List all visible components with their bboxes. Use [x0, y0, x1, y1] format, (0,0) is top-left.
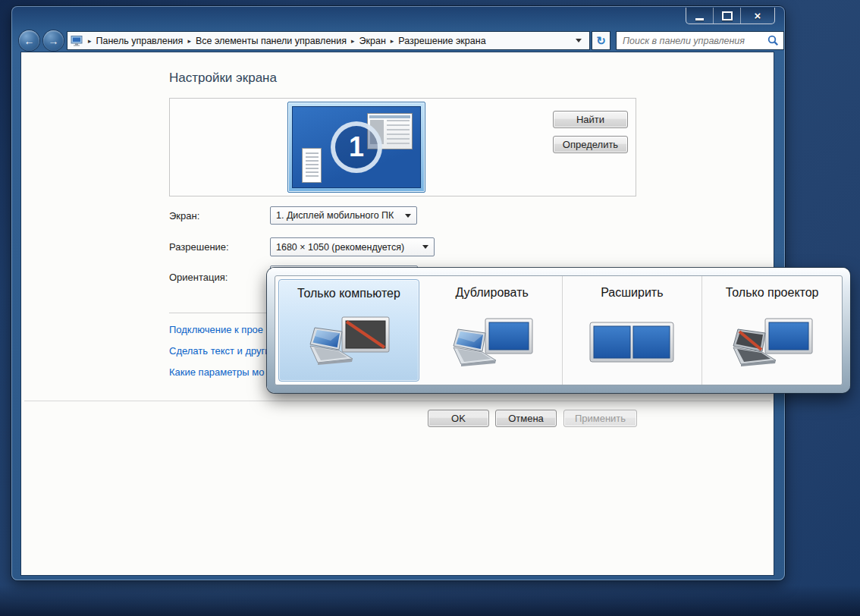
option-extend[interactable]: Расширить: [562, 276, 702, 385]
laptop-and-disabled-monitor-icon: [308, 316, 390, 365]
display-select-value: 1. Дисплей мобильного ПК: [276, 210, 394, 221]
breadcrumb-separator-icon: ▸: [351, 37, 355, 45]
breadcrumb-separator-icon: ▸: [391, 37, 394, 45]
option-duplicate-label: Дублировать: [455, 286, 528, 300]
monitor-number: 1: [349, 131, 364, 163]
resolution-select-value: 1680 × 1050 (рекомендуется): [276, 242, 404, 253]
ok-button-label: OK: [451, 413, 466, 424]
desktop: { "window": { "caption": { "close_glyph"…: [0, 0, 860, 616]
breadcrumb-item-control-panel[interactable]: Панель управления: [96, 36, 184, 46]
search-icon[interactable]: [767, 35, 779, 46]
monitor-preview[interactable]: 1: [287, 102, 425, 193]
close-button[interactable]: ×: [740, 8, 774, 24]
option-extend-label: Расширить: [601, 286, 663, 300]
option-projector-only-label: Только проектор: [726, 286, 819, 300]
breadcrumb-separator-icon: ▸: [187, 37, 191, 45]
close-icon: ×: [755, 9, 761, 22]
projector-mode-options: Только компьютер: [275, 275, 843, 385]
search-box: [616, 31, 784, 50]
breadcrumb-item-display[interactable]: Экран: [359, 36, 386, 46]
breadcrumb-item-all-items[interactable]: Все элементы панели управления: [196, 36, 347, 46]
maximize-button[interactable]: [713, 8, 740, 24]
identify-button-label: Определить: [563, 139, 618, 150]
footer-separator: [24, 401, 771, 401]
maximize-icon: [722, 11, 733, 20]
back-button[interactable]: ←: [19, 30, 39, 51]
option-projector-only[interactable]: Только проектор: [701, 276, 842, 385]
search-input[interactable]: [621, 35, 767, 47]
breadcrumb-separator-icon: ▸: [88, 37, 92, 45]
apply-button[interactable]: Применить: [563, 410, 637, 427]
breadcrumb-item-screen-resolution[interactable]: Разрешение экрана: [398, 36, 485, 46]
back-icon: ←: [24, 35, 35, 47]
dual-monitor-icon: [589, 322, 674, 363]
forward-icon: →: [49, 35, 59, 47]
display-settings-icon: [71, 36, 83, 46]
laptop-and-monitor-icon: [451, 318, 533, 366]
orientation-field-label: Ориентация:: [169, 272, 228, 283]
apply-button-label: Применить: [575, 413, 626, 424]
nav-buttons: ← →: [19, 30, 72, 51]
detect-button[interactable]: Найти: [553, 111, 628, 128]
monitor-number-badge: 1: [331, 121, 382, 173]
cancel-button[interactable]: Отмена: [495, 410, 557, 427]
breadcrumb: ▸ Панель управления ▸ Все элементы панел…: [67, 31, 590, 50]
chevron-down-icon: [405, 214, 411, 221]
resolution-field-label: Разрешение:: [169, 241, 229, 253]
document-thumbnail: [302, 148, 322, 183]
minimize-button[interactable]: [686, 8, 713, 24]
forward-button[interactable]: →: [43, 30, 64, 51]
disabled-laptop-and-monitor-icon: [731, 318, 813, 366]
link-display-help[interactable]: Какие параметры мо: [169, 366, 264, 378]
page-title: Настройки экрана: [169, 71, 277, 86]
chevron-down-icon: [422, 245, 428, 252]
identify-button[interactable]: Определить: [553, 136, 628, 153]
display-select[interactable]: 1. Дисплей мобильного ПК: [270, 206, 417, 225]
navigation-toolbar: ← → ▸ Панель управления ▸ Все элементы п…: [11, 30, 785, 52]
link-text-size[interactable]: Сделать текст и други: [169, 345, 271, 357]
resolution-select[interactable]: 1680 × 1050 (рекомендуется): [270, 237, 435, 256]
breadcrumb-dropdown-button[interactable]: [571, 36, 586, 46]
caption-button-group: ×: [686, 8, 775, 24]
ok-button[interactable]: OK: [428, 410, 489, 427]
display-field-label: Экран:: [169, 210, 199, 222]
option-duplicate[interactable]: Дублировать: [422, 276, 562, 385]
monitor-preview-panel: 1 Найти Определить: [169, 98, 636, 196]
refresh-button[interactable]: ↻: [592, 31, 610, 50]
projector-mode-overlay: Только компьютер: [267, 268, 850, 393]
minimize-icon: [695, 18, 704, 20]
option-computer-only-label: Только компьютер: [297, 287, 400, 300]
monitor-screen: 1: [292, 106, 421, 188]
refresh-icon: ↻: [596, 34, 606, 48]
link-connect-projector[interactable]: Подключение к прое: [169, 324, 263, 335]
cancel-button-label: Отмена: [508, 413, 544, 424]
detect-button-label: Найти: [576, 114, 604, 125]
chevron-down-icon: [576, 39, 582, 46]
option-computer-only[interactable]: Только компьютер: [278, 279, 419, 382]
